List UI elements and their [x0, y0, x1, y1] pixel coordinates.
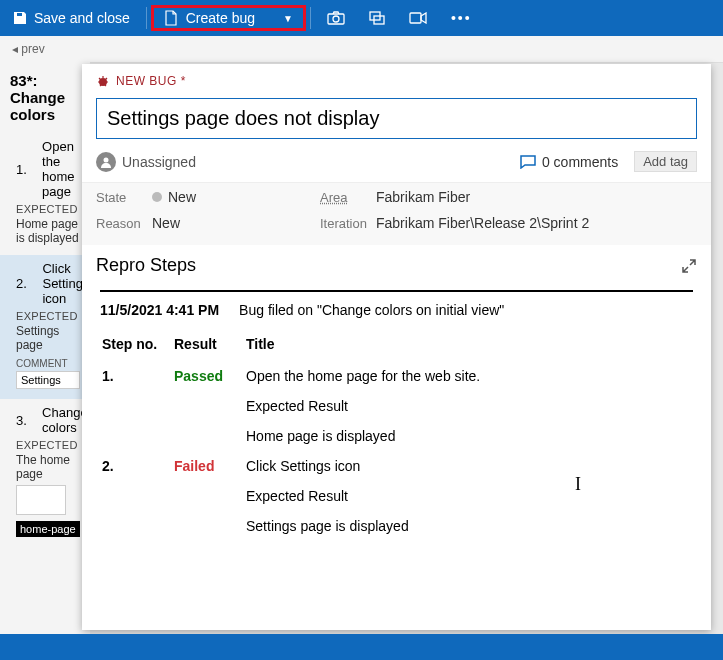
bug-title-input[interactable]	[96, 98, 697, 139]
left-step-item[interactable]: 3. Change colors EXPECTED The home page …	[0, 399, 90, 547]
step-number: 1.	[102, 362, 172, 450]
expand-icon[interactable]	[681, 258, 697, 274]
main-toolbar: Save and close Create bug ▼ •••	[0, 0, 723, 36]
col-result-header: Result	[174, 332, 244, 360]
person-icon	[96, 152, 116, 172]
capture-icon	[369, 11, 385, 25]
svg-rect-4	[410, 13, 421, 23]
col-step-header: Step no.	[102, 332, 172, 360]
step-result: Passed	[174, 362, 244, 450]
text-cursor-icon: I	[575, 474, 581, 495]
prev-link[interactable]: ◂ prev	[12, 42, 45, 56]
comments-button[interactable]: 0 comments	[520, 154, 618, 170]
svg-point-1	[333, 16, 339, 22]
camera-icon	[327, 11, 345, 25]
step-number: 2.	[102, 452, 172, 540]
area-label: Area	[320, 190, 376, 205]
test-case-title: 83*: Change colors	[0, 68, 90, 133]
left-step-item[interactable]: 2. Click Settings icon EXPECTED Settings…	[0, 255, 90, 399]
left-step-item[interactable]: 1. Open the home page EXPECTED Home page…	[0, 133, 90, 255]
step-detail: Click Settings icon Expected Result Sett…	[246, 452, 691, 540]
screenshot-button[interactable]	[315, 0, 357, 36]
repro-filed-on: Bug filed on "Change colors on initial v…	[239, 302, 504, 318]
footer-bar	[0, 634, 723, 660]
table-row: 2. Failed Click Settings icon Expected R…	[102, 452, 691, 540]
save-close-button[interactable]: Save and close	[0, 0, 142, 36]
create-bug-label: Create bug	[186, 10, 255, 26]
comment-box[interactable]: Settings	[16, 371, 80, 389]
toolbar-separator	[146, 7, 147, 29]
document-icon	[164, 10, 178, 26]
record-button[interactable]	[397, 0, 439, 36]
save-close-label: Save and close	[34, 10, 130, 26]
repro-body: 11/5/2021 4:41 PM Bug filed on "Change c…	[82, 284, 711, 630]
chevron-down-icon: ▼	[283, 13, 293, 24]
step-detail: Open the home page for the web site. Exp…	[246, 362, 691, 450]
capture-region-button[interactable]	[357, 0, 397, 36]
attachment-label: home-page	[16, 521, 80, 537]
state-field[interactable]: New	[152, 189, 272, 205]
assign-to-button[interactable]: Unassigned	[96, 152, 196, 172]
ellipsis-icon: •••	[451, 10, 472, 26]
table-row: 1. Passed Open the home page for the web…	[102, 362, 691, 450]
reason-field[interactable]: New	[152, 215, 272, 231]
create-bug-button[interactable]: Create bug ▼	[154, 8, 303, 28]
area-field[interactable]: Fabrikam Fiber	[376, 189, 470, 205]
bug-icon	[96, 74, 110, 88]
comment-icon	[520, 155, 536, 169]
repro-steps-heading: Repro Steps	[96, 255, 196, 276]
step-result: Failed	[174, 452, 244, 540]
iteration-field[interactable]: Fabrikam Fiber\Release 2\Sprint 2	[376, 215, 589, 231]
col-title-header: Title	[246, 332, 691, 360]
new-bug-panel: NEW BUG * Unassigned 0 comments Add tag …	[82, 64, 711, 630]
breadcrumb: ◂ prev	[0, 36, 723, 63]
svg-point-6	[104, 157, 109, 162]
bug-type-header: NEW BUG *	[82, 64, 711, 94]
state-dot-icon	[152, 192, 162, 202]
create-bug-highlight: Create bug ▼	[151, 5, 306, 31]
iteration-label: Iteration	[320, 216, 376, 231]
repro-steps-table: Step no. Result Title 1. Passed Open the…	[100, 330, 693, 542]
more-button[interactable]: •••	[439, 0, 484, 36]
add-tag-button[interactable]: Add tag	[634, 151, 697, 172]
toolbar-separator	[310, 7, 311, 29]
save-icon	[12, 10, 28, 26]
repro-timestamp: 11/5/2021 4:41 PM	[100, 302, 219, 318]
reason-label: Reason	[96, 216, 152, 231]
video-icon	[409, 12, 427, 24]
thumbnail	[16, 485, 66, 515]
state-label: State	[96, 190, 152, 205]
test-steps-pane: 83*: Change colors 1. Open the home page…	[0, 60, 90, 634]
